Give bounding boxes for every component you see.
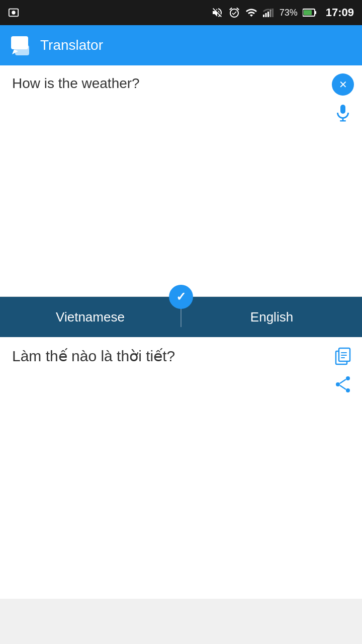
input-textarea[interactable]: How is the weather? [0, 65, 362, 296]
svg-rect-17 [341, 352, 347, 353]
svg-rect-14 [340, 120, 346, 122]
share-icon [334, 375, 352, 393]
svg-point-1 [12, 11, 15, 14]
screenshot-icon [8, 7, 19, 18]
alarm-icon [228, 7, 240, 19]
svg-line-23 [340, 379, 346, 383]
status-time: 17:09 [326, 6, 354, 19]
svg-rect-3 [265, 13, 266, 17]
svg-rect-6 [272, 9, 274, 17]
confirm-badge[interactable] [169, 285, 193, 309]
svg-rect-8 [315, 11, 316, 14]
source-language-button[interactable]: Vietnamese [0, 297, 180, 337]
source-language-label: Vietnamese [56, 309, 125, 325]
svg-rect-4 [267, 12, 269, 17]
wifi-icon [245, 7, 257, 19]
translated-text: Làm thế nào là thời tiết? [0, 337, 362, 375]
svg-rect-19 [341, 357, 345, 358]
input-section: How is the weather? [0, 65, 362, 297]
app-bar: Translator [0, 25, 362, 65]
output-section: Làm thế nào là thời tiết? [0, 337, 362, 599]
status-bar-left [8, 7, 19, 18]
clear-button[interactable] [332, 73, 354, 96]
signal-icon [262, 7, 275, 19]
svg-point-20 [346, 376, 350, 380]
svg-rect-9 [304, 10, 312, 15]
copy-button[interactable] [332, 345, 354, 367]
battery-level: 73% [280, 8, 298, 18]
mic-button[interactable] [332, 102, 354, 124]
microphone-icon [334, 104, 352, 122]
share-button[interactable] [332, 373, 354, 395]
status-bar: 73% 17:09 [0, 0, 362, 25]
target-language-label: English [250, 309, 293, 325]
battery-icon [303, 8, 317, 17]
app-title: Translator [40, 37, 103, 53]
svg-rect-2 [263, 15, 264, 17]
mute-icon [211, 7, 223, 19]
svg-line-24 [340, 385, 346, 389]
target-language-button[interactable]: English [182, 297, 362, 337]
svg-rect-5 [269, 10, 271, 17]
svg-rect-11 [15, 45, 29, 55]
app-logo-icon [10, 34, 32, 56]
copy-icon [334, 347, 352, 365]
language-bar: Vietnamese English [0, 297, 362, 337]
svg-rect-18 [341, 355, 347, 356]
svg-rect-12 [340, 105, 345, 114]
svg-point-22 [346, 388, 350, 392]
svg-point-21 [336, 382, 340, 386]
